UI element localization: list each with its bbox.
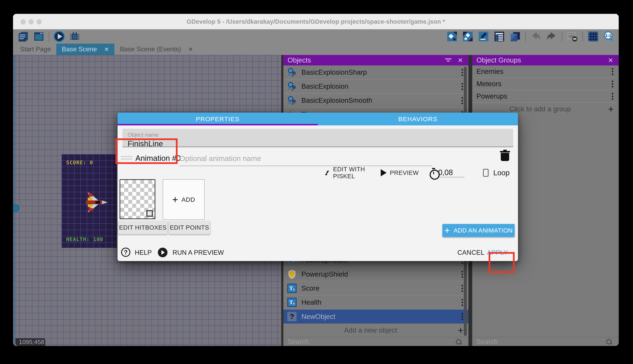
delete-animation-icon[interactable] bbox=[501, 151, 509, 161]
scene-scrollbar-thumb[interactable] bbox=[13, 204, 20, 212]
game-area[interactable]: SCORE: 0 HEALTH: 100 bbox=[62, 154, 117, 248]
scene-editor-icon[interactable] bbox=[33, 31, 45, 42]
object-row[interactable]: BasicExplosionSmooth bbox=[283, 94, 468, 108]
toolbar-separator bbox=[582, 32, 583, 42]
object-row[interactable]: BasicExplosionSharp bbox=[283, 66, 468, 80]
editor-tab-bar: Start Page Base Scene ✕ Base Scene (Even… bbox=[13, 44, 619, 55]
toggle-grid-icon[interactable] bbox=[587, 31, 599, 42]
edit-with-piskel-button[interactable]: EDIT WITH PISKEL bbox=[333, 166, 369, 180]
edit-hitboxes-button[interactable]: EDIT HITBOXES bbox=[118, 221, 167, 234]
search-icon bbox=[456, 339, 461, 344]
explosion-icon bbox=[287, 68, 297, 77]
tab-start-page[interactable]: Start Page bbox=[15, 44, 56, 55]
run-a-preview-button[interactable]: RUN A PREVIEW bbox=[173, 249, 224, 256]
animation-name-input[interactable]: Optional animation name bbox=[179, 154, 432, 166]
object-row[interactable]: BasicExplosion bbox=[283, 80, 468, 94]
groups-search-input[interactable] bbox=[472, 338, 606, 346]
tab-label: Start Page bbox=[20, 46, 51, 53]
group-label: Enemies bbox=[476, 68, 611, 76]
close-panel-icon[interactable]: ✕ bbox=[608, 56, 613, 64]
preview-play-icon bbox=[381, 169, 387, 176]
object-name-label: Object name bbox=[128, 132, 513, 138]
object-label: Score bbox=[301, 284, 461, 292]
group-row[interactable]: Meteors bbox=[472, 78, 619, 90]
animation-frame-thumbnail[interactable] bbox=[120, 179, 155, 219]
row-menu-icon[interactable] bbox=[461, 299, 463, 306]
properties-panel-icon[interactable] bbox=[478, 31, 489, 42]
brush-icon bbox=[324, 168, 330, 177]
add-object-row[interactable]: Add a new object + bbox=[283, 324, 468, 337]
toggle-mask-icon[interactable] bbox=[567, 31, 578, 42]
row-menu-icon[interactable] bbox=[611, 80, 613, 88]
frame-select-icon[interactable] bbox=[146, 210, 153, 217]
group-row[interactable]: Powerups bbox=[472, 90, 619, 102]
dialog-footer: ? HELP RUN A PREVIEW CANCEL APPLY bbox=[118, 246, 518, 259]
object-name-field[interactable]: Object name FinishLine bbox=[122, 129, 513, 147]
plus-icon[interactable]: + bbox=[458, 326, 463, 335]
run-preview-icon[interactable] bbox=[158, 248, 167, 257]
object-groups-panel-icon[interactable] bbox=[462, 31, 473, 42]
tab-behaviors[interactable]: BEHAVIORS bbox=[318, 112, 518, 126]
tab-label: Base Scene bbox=[62, 46, 97, 53]
add-animation-button[interactable]: + ADD AN ANIMATION bbox=[442, 224, 515, 237]
object-row[interactable]: Tx Health bbox=[283, 296, 468, 310]
stopwatch-icon bbox=[430, 168, 435, 178]
plus-icon: + bbox=[172, 194, 178, 205]
project-manager-icon[interactable] bbox=[18, 31, 29, 42]
group-row[interactable]: Enemies bbox=[472, 66, 619, 78]
objects-search-input[interactable] bbox=[283, 338, 456, 346]
close-tab-icon[interactable]: ✕ bbox=[188, 46, 193, 53]
debug-icon[interactable] bbox=[69, 31, 80, 42]
row-menu-icon[interactable] bbox=[461, 285, 463, 292]
redo-icon[interactable] bbox=[546, 31, 557, 42]
dialog-tab-bar: PROPERTIES BEHAVIORS bbox=[118, 112, 518, 126]
add-group-label: Click to add a group bbox=[472, 105, 608, 113]
objects-panel-icon[interactable] bbox=[446, 31, 458, 42]
toolbar-separator bbox=[562, 32, 562, 42]
dialog-body: Object name FinishLine Animation #0 Opti… bbox=[118, 126, 518, 261]
help-button[interactable]: HELP bbox=[135, 249, 152, 256]
row-menu-icon[interactable] bbox=[461, 313, 463, 320]
preview-button[interactable]: PREVIEW bbox=[390, 170, 419, 176]
undo-icon[interactable] bbox=[530, 31, 541, 42]
svg-text:1:1: 1:1 bbox=[605, 34, 611, 38]
row-menu-icon[interactable] bbox=[461, 69, 463, 76]
filter-icon[interactable] bbox=[445, 58, 451, 62]
cursor-coordinates-badge: 1095;458 bbox=[16, 338, 45, 346]
text-object-icon: Tx bbox=[287, 298, 297, 307]
object-row[interactable]: Tx Score bbox=[283, 282, 468, 296]
close-tab-icon[interactable]: ✕ bbox=[104, 46, 109, 53]
edit-points-button[interactable]: EDIT POINTS bbox=[169, 221, 210, 234]
row-menu-icon[interactable] bbox=[461, 83, 463, 90]
object-label: BasicExplosionSharp bbox=[301, 68, 461, 76]
add-frame-button[interactable]: + ADD bbox=[163, 179, 205, 220]
close-panel-icon[interactable]: ✕ bbox=[458, 56, 463, 64]
scene-vertical-scrollbar[interactable] bbox=[15, 55, 15, 344]
annotation-box-object-name bbox=[115, 138, 178, 164]
unknown-object-icon: ? bbox=[287, 312, 297, 322]
zoom-1-1-icon[interactable]: 1:1 bbox=[603, 31, 614, 42]
row-menu-icon[interactable] bbox=[461, 97, 463, 104]
title-bar: GDevelop 5 - /Users/dkarakay/Documents/G… bbox=[13, 14, 619, 29]
active-tab-indicator bbox=[118, 124, 318, 126]
tab-base-scene-events[interactable]: Base Scene (Events) ✕ bbox=[114, 44, 199, 55]
object-row[interactable]: PowerupShield bbox=[283, 267, 468, 282]
plus-icon[interactable]: + bbox=[608, 104, 614, 114]
tab-properties[interactable]: PROPERTIES bbox=[118, 112, 318, 126]
tab-base-scene[interactable]: Base Scene ✕ bbox=[56, 44, 114, 55]
row-menu-icon[interactable] bbox=[611, 68, 613, 75]
instances-list-panel-icon[interactable] bbox=[494, 31, 505, 42]
loop-checkbox[interactable] bbox=[483, 169, 489, 177]
layers-panel-icon[interactable] bbox=[509, 31, 521, 42]
objects-panel-header: Objects ✕ bbox=[283, 55, 468, 66]
loop-label: Loop bbox=[493, 168, 510, 177]
object-label: PowerupShield bbox=[301, 270, 461, 278]
frame-duration-input[interactable] bbox=[438, 168, 464, 178]
row-menu-icon[interactable] bbox=[611, 93, 613, 100]
player-ship-sprite[interactable] bbox=[82, 192, 111, 213]
play-preview-icon[interactable] bbox=[54, 31, 65, 42]
object-row-selected[interactable]: ? NewObject bbox=[283, 310, 468, 324]
cancel-button[interactable]: CANCEL bbox=[457, 249, 484, 256]
help-icon[interactable]: ? bbox=[121, 248, 130, 257]
row-menu-icon[interactable] bbox=[461, 271, 463, 278]
